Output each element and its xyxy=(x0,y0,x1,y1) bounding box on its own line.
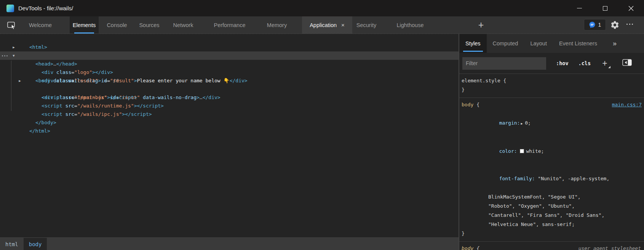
expand-arrow-icon[interactable]: ▶ xyxy=(11,43,16,51)
tab-layout[interactable]: Layout xyxy=(524,34,553,53)
window-title: DevTools - file://wails/ xyxy=(18,5,73,11)
toggle-element-classes-button[interactable]: .cls xyxy=(578,60,591,66)
computed-panel-toggle-button[interactable] xyxy=(622,59,632,67)
chat-bubble-icon xyxy=(589,21,596,28)
expand-longhand-icon[interactable]: ▶ xyxy=(521,122,523,125)
add-tab-button[interactable]: + xyxy=(476,19,486,30)
rule-body-user-agent[interactable]: body { user agent stylesheet display: bl… xyxy=(459,242,644,250)
tab-event-listeners[interactable]: Event Listeners xyxy=(553,34,603,53)
stylesheet-link[interactable]: main.css:7 xyxy=(612,102,642,107)
color-swatch[interactable] xyxy=(520,149,524,153)
stylesheet-origin: user agent stylesheet xyxy=(578,244,644,250)
rule-selector[interactable]: element.style xyxy=(462,78,500,83)
dom-row-div-result[interactable]: <div class="result" id="result">Please e… xyxy=(0,68,459,77)
panel-toggle-icon xyxy=(622,59,632,66)
rule-element-style[interactable]: element.style { } xyxy=(459,74,644,98)
inspect-element-button[interactable] xyxy=(5,19,18,31)
dom-row-script-ipc[interactable]: <script src="/wails/ipc.js"></script> xyxy=(0,102,459,110)
feedback-badge-button[interactable]: 1 xyxy=(584,19,606,30)
toggle-pseudo-state-button[interactable]: :hov xyxy=(556,60,569,66)
rule-selector[interactable]: body xyxy=(462,102,473,107)
sidebar-tab-bar: Styles Computed Layout Event Listeners » xyxy=(459,34,644,53)
dom-breadcrumb: html body xyxy=(0,237,459,250)
tab-console[interactable]: Console xyxy=(104,16,129,34)
tab-lighthouse[interactable]: Lighthouse xyxy=(393,16,427,34)
close-tab-icon[interactable]: × xyxy=(341,22,345,28)
feedback-count: 1 xyxy=(598,22,601,28)
dots-icon xyxy=(626,24,628,25)
dom-row-head[interactable]: ▶ <head>…</head> xyxy=(0,43,459,51)
rule-selector[interactable]: body xyxy=(462,245,473,250)
dom-row-div-logo[interactable]: <div class="logo"></div> xyxy=(0,60,459,68)
minimize-icon xyxy=(577,8,582,8)
dom-row-html-open[interactable]: <html> xyxy=(0,35,459,43)
tab-sources[interactable]: Sources xyxy=(137,16,162,34)
expand-arrow-icon[interactable]: ▶ xyxy=(18,77,22,85)
styles-toolbar: :hov .cls + xyxy=(459,53,644,74)
css-property-color[interactable]: color: white; xyxy=(459,138,644,165)
gear-icon xyxy=(610,20,620,30)
tab-security[interactable]: Security xyxy=(353,16,380,34)
rule-body-authored[interactable]: body { main.css:7 margin:▶0; color: whit… xyxy=(459,98,644,242)
tab-welcome[interactable]: Welcome xyxy=(24,16,56,34)
node-menu-icon[interactable] xyxy=(2,55,8,56)
minimize-button[interactable] xyxy=(566,0,592,16)
tab-memory[interactable]: Memory xyxy=(264,16,290,34)
more-options-button[interactable] xyxy=(626,24,633,25)
dom-row-div-input[interactable]: ▶ <div class="input-box" id="input" data… xyxy=(0,77,459,85)
devtools-tab-bar: Welcome Elements Console Sources Network… xyxy=(0,16,644,34)
collapse-arrow-icon[interactable]: ▼ xyxy=(11,51,16,60)
devtools-content: <html> ▶ <head>…</head> ▼ <body data-wai… xyxy=(0,34,644,250)
dom-row-body-close[interactable]: </body> xyxy=(0,110,459,119)
dom-row-script-runtime[interactable]: <script src="/wails/runtime.js"></script… xyxy=(0,93,459,102)
close-button[interactable] xyxy=(618,0,644,16)
title-bar: DevTools - file://wails/ xyxy=(0,0,644,16)
inspect-cursor-icon xyxy=(7,21,16,30)
dom-row-html-close[interactable]: </html> xyxy=(0,119,459,127)
tab-network[interactable]: Network xyxy=(170,16,197,34)
breadcrumb-item-body[interactable]: body xyxy=(24,238,47,250)
styles-sidebar: Styles Computed Layout Event Listeners »… xyxy=(459,34,644,250)
dom-row-body-open-selected[interactable]: ▼ <body data-wails-drag>== $0 xyxy=(0,51,459,60)
elements-dom-tree: <html> ▶ <head>…</head> ▼ <body data-wai… xyxy=(0,34,459,237)
tab-styles[interactable]: Styles xyxy=(459,34,487,53)
more-tabs-chevron[interactable]: » xyxy=(613,40,617,48)
window-controls xyxy=(566,0,644,16)
tab-elements[interactable]: Elements xyxy=(70,16,99,34)
tab-application[interactable]: Application × xyxy=(302,16,352,34)
tab-performance[interactable]: Performance xyxy=(210,16,249,34)
devtools-app-icon xyxy=(6,5,14,12)
close-icon xyxy=(628,6,634,11)
tab-computed[interactable]: Computed xyxy=(487,34,524,53)
css-property-margin[interactable]: margin:▶0; xyxy=(459,109,644,138)
maximize-button[interactable] xyxy=(592,0,618,16)
dom-row-script-main[interactable]: <script src="/main.js"></script> xyxy=(0,85,459,93)
css-property-font-family[interactable]: font-family: "Nunito", -apple-system, xyxy=(459,165,644,192)
maximize-icon xyxy=(603,6,607,11)
settings-button[interactable] xyxy=(610,20,620,30)
breadcrumb-item-html[interactable]: html xyxy=(0,238,24,250)
new-style-rule-button[interactable]: + xyxy=(601,59,609,67)
styles-filter-input[interactable] xyxy=(462,57,546,70)
